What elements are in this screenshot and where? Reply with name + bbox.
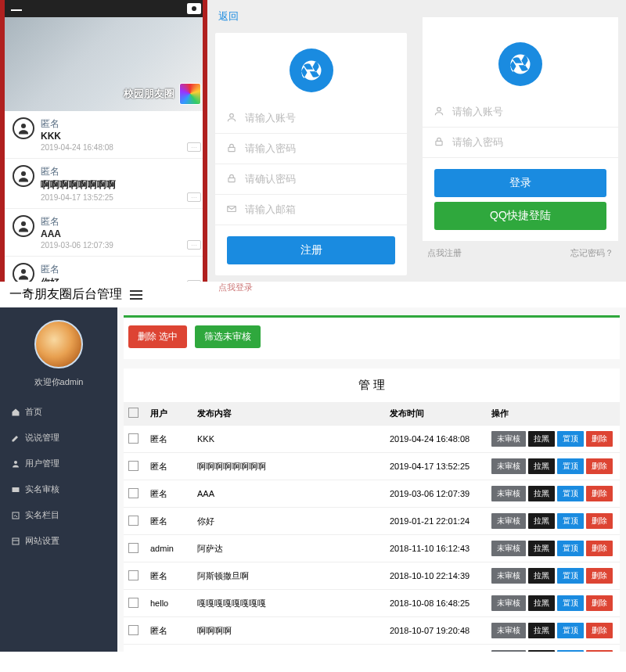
row-checkbox[interactable] bbox=[128, 570, 139, 580]
col-user: 用户 bbox=[146, 402, 192, 426]
delete-button[interactable]: 删除 bbox=[586, 431, 613, 447]
password-field[interactable]: 请输入密码 bbox=[215, 134, 407, 164]
register-button[interactable]: 注册 bbox=[227, 236, 396, 264]
col-ops: 操作 bbox=[487, 402, 620, 426]
delete-button[interactable]: 删除 bbox=[586, 623, 613, 638]
sidebar-item-2[interactable]: 用户管理 bbox=[0, 451, 117, 476]
review-button[interactable]: 未审核 bbox=[491, 623, 526, 638]
delete-button[interactable]: 删除 bbox=[586, 568, 613, 584]
goto-register-link[interactable]: 点我注册 bbox=[427, 247, 462, 259]
svg-rect-9 bbox=[436, 141, 442, 145]
cell-content: 嘎嘎嘎嘎嘎嘎嘎嘎 bbox=[192, 590, 385, 617]
block-button[interactable]: 拉黑 bbox=[528, 431, 555, 447]
review-button[interactable]: 未审核 bbox=[491, 486, 526, 501]
block-button[interactable]: 拉黑 bbox=[528, 568, 555, 584]
pin-button[interactable]: 置顶 bbox=[557, 486, 584, 501]
email-field[interactable]: 请输入邮箱 bbox=[215, 195, 407, 225]
goto-login-link[interactable]: 点我登录 bbox=[215, 275, 407, 300]
block-button[interactable]: 拉黑 bbox=[528, 650, 555, 652]
more-icon[interactable]: ⋯ bbox=[187, 280, 201, 282]
feed-item[interactable]: 匿名AAA2019-03-06 12:07:39⋯ bbox=[5, 209, 207, 257]
select-all-checkbox[interactable] bbox=[128, 408, 139, 418]
confirm-password-field[interactable]: 请确认密码 bbox=[215, 164, 407, 195]
more-icon[interactable]: ⋯ bbox=[187, 142, 201, 152]
pin-button[interactable]: 置顶 bbox=[557, 623, 584, 638]
app-name: 校园朋友圈 bbox=[124, 87, 174, 101]
review-button[interactable]: 未审核 bbox=[491, 568, 526, 584]
row-checkbox[interactable] bbox=[128, 461, 139, 471]
sidebar-item-0[interactable]: 首页 bbox=[0, 399, 117, 425]
pin-button[interactable]: 置顶 bbox=[557, 650, 584, 652]
username-field[interactable]: 请输入账号 bbox=[215, 103, 407, 134]
cell-user: 匿名 bbox=[146, 480, 192, 508]
forgot-password-link[interactable]: 忘记密码？ bbox=[570, 247, 613, 259]
qq-login-button[interactable]: QQ快捷登陆 bbox=[434, 202, 606, 230]
feed-item[interactable]: 匿名KKK2019-04-24 16:48:08⋯ bbox=[5, 111, 207, 159]
review-button[interactable]: 未审核 bbox=[491, 513, 526, 529]
row-checkbox[interactable] bbox=[128, 543, 139, 553]
block-button[interactable]: 拉黑 bbox=[528, 458, 555, 474]
login-button[interactable]: 登录 bbox=[434, 169, 606, 197]
table-row: 匿名啊啊啊啊2018-10-07 19:20:48未审核拉黑置顶删除 bbox=[124, 617, 620, 645]
pin-button[interactable]: 置顶 bbox=[557, 568, 584, 584]
row-checkbox[interactable] bbox=[128, 488, 139, 498]
block-button[interactable]: 拉黑 bbox=[528, 595, 555, 611]
review-button[interactable]: 未审核 bbox=[491, 541, 526, 556]
sidebar-item-4[interactable]: 实名栏目 bbox=[0, 502, 117, 528]
avatar[interactable] bbox=[34, 320, 83, 368]
feed-name: 匿名 bbox=[41, 165, 200, 178]
sidebar-item-label: 实名审核 bbox=[25, 483, 59, 495]
cell-user: 匿名 bbox=[146, 453, 192, 480]
delete-button[interactable]: 删除 bbox=[586, 650, 613, 652]
feed-item[interactable]: 匿名你好⋯ bbox=[5, 257, 207, 282]
pin-button[interactable]: 置顶 bbox=[557, 541, 584, 556]
svg-point-3 bbox=[21, 269, 26, 274]
row-checkbox[interactable] bbox=[128, 598, 139, 608]
sidebar-item-1[interactable]: 说说管理 bbox=[0, 425, 117, 451]
cell-time: 2018-10-08 16:48:25 bbox=[385, 590, 487, 617]
review-button[interactable]: 未审核 bbox=[491, 595, 526, 611]
feed-item[interactable]: 匿名啊啊啊啊啊啊啊啊2019-04-17 13:52:25⋯ bbox=[5, 159, 207, 209]
edit-icon bbox=[11, 433, 20, 443]
more-icon[interactable]: ⋯ bbox=[187, 240, 201, 250]
back-link[interactable]: 返回 bbox=[215, 0, 407, 33]
review-button[interactable]: 未审核 bbox=[491, 431, 526, 447]
svg-point-0 bbox=[21, 124, 26, 128]
delete-button[interactable]: 删除 bbox=[586, 486, 613, 501]
delete-button[interactable]: 删除 bbox=[586, 513, 613, 529]
delete-button[interactable]: 删除 bbox=[586, 458, 613, 474]
review-button[interactable]: 未审核 bbox=[491, 650, 526, 652]
admin-title: 一奇朋友圈后台管理 bbox=[9, 286, 122, 303]
app-avatar[interactable] bbox=[179, 83, 201, 105]
block-button[interactable]: 拉黑 bbox=[528, 513, 555, 529]
block-button[interactable]: 拉黑 bbox=[528, 541, 555, 556]
filter-unreviewed-button[interactable]: 筛选未审核 bbox=[195, 325, 261, 348]
pin-button[interactable]: 置顶 bbox=[557, 458, 584, 474]
block-button[interactable]: 拉黑 bbox=[528, 486, 555, 501]
username-field[interactable]: 请输入账号 bbox=[423, 97, 618, 128]
sidebar-item-3[interactable]: 实名审核 bbox=[0, 476, 117, 502]
cell-user: hello bbox=[146, 590, 192, 617]
row-checkbox[interactable] bbox=[128, 516, 139, 526]
pin-button[interactable]: 置顶 bbox=[557, 513, 584, 529]
review-button[interactable]: 未审核 bbox=[491, 458, 526, 474]
menu-icon[interactable] bbox=[11, 7, 22, 11]
menu-icon[interactable] bbox=[130, 290, 142, 300]
row-checkbox[interactable] bbox=[128, 625, 139, 635]
row-checkbox[interactable] bbox=[128, 433, 139, 444]
camera-icon[interactable] bbox=[187, 3, 201, 14]
table-row: 匿名啊啊啊啊啊啊啊啊2019-04-17 13:52:25未审核拉黑置顶删除 bbox=[124, 453, 620, 480]
delete-selected-button[interactable]: 删除 选中 bbox=[128, 325, 187, 348]
block-button[interactable]: 拉黑 bbox=[528, 623, 555, 638]
delete-button[interactable]: 删除 bbox=[586, 541, 613, 556]
cell-content: 啊啊啊啊啊啊啊啊 bbox=[192, 453, 385, 480]
svg-point-8 bbox=[437, 107, 441, 111]
sidebar-item-5[interactable]: 网站设置 bbox=[0, 528, 117, 554]
pin-button[interactable]: 置顶 bbox=[557, 595, 584, 611]
delete-button[interactable]: 删除 bbox=[586, 595, 613, 611]
password-field[interactable]: 请输入密码 bbox=[423, 128, 618, 158]
more-icon[interactable]: ⋯ bbox=[187, 192, 201, 202]
id-card-icon bbox=[11, 485, 20, 494]
cell-time: 2018-11-10 16:12:43 bbox=[385, 535, 487, 562]
pin-button[interactable]: 置顶 bbox=[557, 431, 584, 447]
